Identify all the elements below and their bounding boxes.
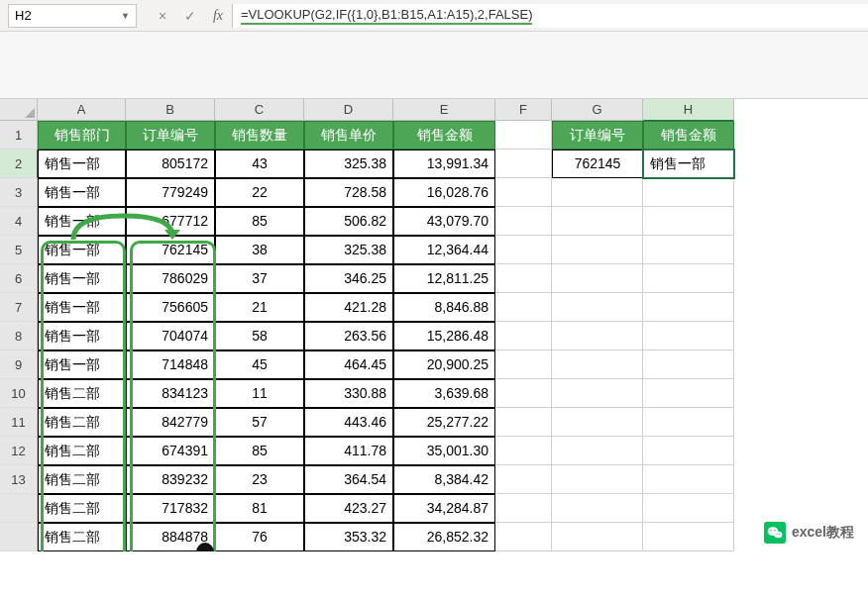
cell-amt[interactable]: 12,364.44 <box>393 236 495 264</box>
cell-qty[interactable]: 58 <box>215 322 304 350</box>
row-header[interactable]: 7 <box>0 293 38 322</box>
cell-amt[interactable]: 8,846.88 <box>393 293 495 322</box>
cell-price[interactable]: 728.58 <box>304 178 393 207</box>
cell-blank[interactable] <box>552 523 643 551</box>
cell-qty[interactable]: 85 <box>215 207 304 236</box>
cell-price[interactable]: 464.45 <box>304 350 393 379</box>
cell-qty[interactable]: 22 <box>215 178 304 207</box>
cell-price[interactable]: 421.28 <box>304 293 393 322</box>
cell-blank[interactable] <box>552 379 643 408</box>
cell-price[interactable]: 325.38 <box>304 236 393 264</box>
cell-blank[interactable] <box>495 437 552 465</box>
cell-qty[interactable]: 85 <box>215 437 304 465</box>
lookup-order-value[interactable]: 762145 <box>552 150 643 178</box>
cell-blank[interactable] <box>552 408 643 437</box>
cell-blank[interactable] <box>643 236 734 264</box>
col-header-G[interactable]: G <box>552 99 643 121</box>
lookup-result-cell[interactable]: 销售一部 <box>643 150 734 178</box>
cell-blank[interactable] <box>643 437 734 465</box>
cell-blank[interactable] <box>643 494 734 523</box>
col-header-D[interactable]: D <box>304 99 393 121</box>
cell-price[interactable]: 423.27 <box>304 494 393 523</box>
cell-amt[interactable]: 25,277.22 <box>393 408 495 437</box>
cell-blank[interactable] <box>643 293 734 322</box>
cell-price[interactable]: 263.56 <box>304 322 393 350</box>
select-all-corner[interactable] <box>0 99 38 121</box>
cell-blank[interactable] <box>552 437 643 465</box>
cell-dept[interactable]: 销售二部 <box>38 437 126 465</box>
col-header-F[interactable]: F <box>495 99 552 121</box>
cell-qty[interactable]: 81 <box>215 494 304 523</box>
fx-icon[interactable]: fx <box>204 8 232 24</box>
cell-blank[interactable] <box>495 408 552 437</box>
cell-dept[interactable]: 销售一部 <box>38 293 126 322</box>
cell-blank[interactable] <box>495 236 552 264</box>
cell-amt[interactable]: 16,028.76 <box>393 178 495 207</box>
cell-blank[interactable] <box>552 178 643 207</box>
cell-qty[interactable]: 21 <box>215 293 304 322</box>
spreadsheet-grid[interactable]: A B C D E F G H 1 销售部门 订单编号 销售数量 销售单价 销售… <box>0 99 868 551</box>
cell-order[interactable]: 805172 <box>126 150 215 178</box>
cell-amt[interactable]: 26,852.32 <box>393 523 495 551</box>
row-header[interactable]: 4 <box>0 207 38 236</box>
header-lookup-amt[interactable]: 销售金额 <box>643 121 734 150</box>
cell-amt[interactable]: 15,286.48 <box>393 322 495 350</box>
cell-blank[interactable] <box>495 350 552 379</box>
cell-qty[interactable]: 45 <box>215 350 304 379</box>
cell-price[interactable]: 353.32 <box>304 523 393 551</box>
header-price[interactable]: 销售单价 <box>304 121 393 150</box>
cell-blank[interactable] <box>643 523 734 551</box>
cell-order[interactable]: 674391 <box>126 437 215 465</box>
cell-blank[interactable] <box>643 465 734 494</box>
cell-order[interactable]: 842779 <box>126 408 215 437</box>
cell-order[interactable]: 717832 <box>126 494 215 523</box>
row-header[interactable]: 9 <box>0 350 38 379</box>
row-header[interactable]: 13 <box>0 465 38 494</box>
formula-input[interactable]: =VLOOKUP(G2,IF({1,0},B1:B15,A1:A15),2,FA… <box>232 4 868 28</box>
cell-order[interactable]: 762145 <box>126 236 215 264</box>
cell-blank[interactable] <box>495 465 552 494</box>
cell-dept[interactable]: 销售一部 <box>38 322 126 350</box>
cell-blank[interactable] <box>643 264 734 293</box>
cell-blank[interactable] <box>552 465 643 494</box>
cell-qty[interactable]: 23 <box>215 465 304 494</box>
row-header[interactable]: 10 <box>0 379 38 408</box>
cell-F1[interactable] <box>495 121 552 150</box>
cancel-icon[interactable]: × <box>149 8 176 24</box>
row-header[interactable]: 8 <box>0 322 38 350</box>
cell-order[interactable]: 834123 <box>126 379 215 408</box>
name-box-dropdown-icon[interactable]: ▼ <box>121 11 130 21</box>
cell-order[interactable]: 884878 <box>126 523 215 551</box>
cell-blank[interactable] <box>552 350 643 379</box>
cell-order[interactable]: 704074 <box>126 322 215 350</box>
cell-dept[interactable]: 销售一部 <box>38 178 126 207</box>
cell-price[interactable]: 364.54 <box>304 465 393 494</box>
cell-blank[interactable] <box>643 408 734 437</box>
name-box[interactable]: H2 ▼ <box>8 4 137 28</box>
cell-blank[interactable] <box>495 207 552 236</box>
col-header-B[interactable]: B <box>126 99 215 121</box>
cell-blank[interactable] <box>495 293 552 322</box>
header-amt[interactable]: 销售金额 <box>393 121 495 150</box>
cell-blank[interactable] <box>643 178 734 207</box>
cell-qty[interactable]: 57 <box>215 408 304 437</box>
cell-dept[interactable]: 销售二部 <box>38 379 126 408</box>
cell-blank[interactable] <box>552 293 643 322</box>
cell-dept[interactable]: 销售二部 <box>38 465 126 494</box>
cell-dept[interactable]: 销售二部 <box>38 523 126 551</box>
cell-amt[interactable]: 12,811.25 <box>393 264 495 293</box>
cell-qty[interactable]: 76 <box>215 523 304 551</box>
cell-price[interactable]: 325.38 <box>304 150 393 178</box>
cell-amt[interactable]: 20,900.25 <box>393 350 495 379</box>
cell-order[interactable]: 779249 <box>126 178 215 207</box>
cell-blank[interactable] <box>495 264 552 293</box>
header-lookup-order[interactable]: 订单编号 <box>552 121 643 150</box>
row-header[interactable]: 11 <box>0 408 38 437</box>
row-header[interactable]: 3 <box>0 178 38 207</box>
row-header[interactable] <box>0 523 38 551</box>
cell-dept[interactable]: 销售二部 <box>38 408 126 437</box>
cell-price[interactable]: 346.25 <box>304 264 393 293</box>
cell-price[interactable]: 443.46 <box>304 408 393 437</box>
cell-qty[interactable]: 38 <box>215 236 304 264</box>
cell-dept[interactable]: 销售二部 <box>38 494 126 523</box>
